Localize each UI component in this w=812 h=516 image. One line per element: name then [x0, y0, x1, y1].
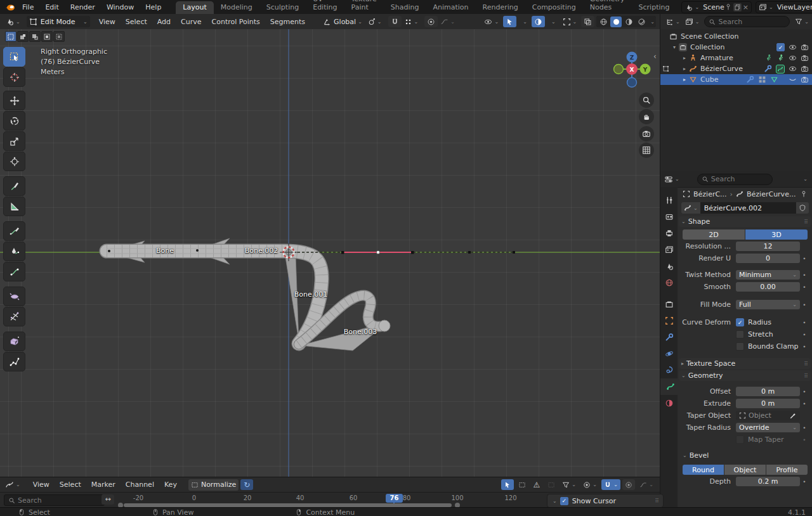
tab-shading[interactable]: Shading [384, 1, 426, 14]
menu-view[interactable]: View [28, 481, 55, 489]
toggle-perspective-button[interactable] [639, 143, 654, 158]
hide-eye-icon[interactable] [789, 65, 797, 73]
menu-file[interactable]: File [16, 3, 39, 11]
select-mode-extend[interactable] [17, 31, 29, 42]
outliner-row-beziercurve[interactable]: ▸ BézierCurve [660, 63, 812, 74]
resolution-field[interactable]: 12 [736, 242, 800, 251]
animate-dot[interactable]: • [800, 425, 809, 431]
tool-tilt[interactable] [3, 262, 25, 281]
disable-render-icon[interactable] [801, 43, 809, 51]
outliner-search-input[interactable]: Search [704, 16, 790, 27]
shading-rendered-button[interactable] [636, 16, 647, 27]
select-mode-new[interactable] [5, 31, 16, 42]
render-u-field[interactable]: 0 [736, 254, 800, 263]
outliner-filter[interactable]: ⌄ [792, 16, 811, 27]
menu-select[interactable]: Select [55, 481, 86, 489]
fill-mode-dropdown[interactable]: Full⌄ [736, 300, 800, 309]
menu-segments[interactable]: Segments [265, 18, 310, 26]
show-gizmos-toggle[interactable] [503, 16, 516, 27]
twist-method-dropdown[interactable]: Minimum⌄ [736, 270, 800, 280]
menu-render[interactable]: Render [65, 3, 101, 11]
viewport-3d[interactable]: Bone Bone.002 Bone.001 Bone.003 Right Or… [0, 29, 660, 477]
datablock-name-field[interactable]: BézierCurve.002 [700, 202, 796, 214]
falloff-button[interactable]: ⌄ [637, 479, 656, 490]
menu-select[interactable]: Select [121, 18, 152, 26]
gizmos-dropdown[interactable]: ⌄ [518, 16, 530, 27]
tab-collection[interactable] [660, 296, 678, 313]
current-frame-badge[interactable]: 76 [386, 494, 403, 503]
panel-geometry[interactable]: ⌄ Geometry ⠿ [679, 370, 811, 381]
chevron-right-icon[interactable]: ▸ [683, 55, 686, 61]
snap-toggle[interactable] [388, 16, 402, 27]
overlays-dropdown[interactable]: ⌄ [547, 16, 558, 27]
panel-bevel[interactable]: ⌄ Bevel [683, 451, 808, 460]
pivot-button[interactable]: ⌄ [580, 479, 599, 490]
hide-eye-icon[interactable] [789, 54, 797, 62]
tab-tool[interactable] [660, 192, 678, 209]
animate-dot[interactable]: • [800, 332, 809, 338]
drag-handle-icon[interactable]: ⠿ [804, 361, 809, 367]
bevel-profile-button[interactable]: Profile [766, 465, 808, 475]
menu-channel[interactable]: Channel [121, 481, 159, 489]
transform-orientation[interactable]: Global ⌄ [320, 16, 365, 27]
tab-output[interactable] [660, 225, 678, 242]
sidebar-collapse-arrow[interactable]: ‹ [653, 52, 657, 61]
tool-select-box[interactable] [3, 47, 25, 67]
tab-animation[interactable]: Animation [426, 1, 475, 14]
chevron-down-icon[interactable]: ⌄ [553, 498, 557, 504]
show-overlays-toggle[interactable] [532, 16, 545, 27]
channel-search-input[interactable]: Search [4, 494, 105, 506]
collection-checkbox[interactable]: ✓ [776, 43, 785, 51]
breadcrumb-data[interactable]: BézierCurve... [747, 190, 796, 198]
editor-type-button[interactable]: ⌄ [3, 16, 23, 27]
tool-randomize[interactable] [3, 307, 25, 326]
map-taper-checkbox[interactable] [736, 435, 744, 444]
tool-scale[interactable] [3, 131, 25, 151]
mesh-edit-overlays[interactable]: ⌄ [560, 16, 580, 27]
tab-object-data[interactable] [660, 378, 679, 395]
tab-scene[interactable] [660, 258, 678, 274]
auto-normalize-refresh-button[interactable]: ↻ [240, 479, 253, 490]
menu-key[interactable]: Key [159, 481, 182, 489]
tool-radius[interactable] [3, 287, 25, 306]
eye-closed-icon[interactable] [789, 75, 797, 84]
tab-view-layer[interactable] [660, 242, 678, 258]
select-mode-invert[interactable] [41, 31, 53, 42]
tab-geometry-nodes[interactable]: Geometry Nodes [583, 0, 632, 14]
outliner-display-mode[interactable]: ⌄ [683, 16, 702, 27]
drag-handle-icon[interactable]: ⠿ [804, 219, 809, 225]
bounds-clamp-checkbox[interactable] [736, 342, 744, 351]
tool-curve-pen[interactable] [3, 242, 25, 261]
graph-editor-content[interactable]: Search ↔ -20 0 20 40 60 80 100 120 76 ⌄ … [0, 493, 660, 508]
chevron-right-icon[interactable]: ▸ [683, 77, 686, 82]
tab-world[interactable] [660, 274, 678, 291]
toggle-3d-button[interactable]: 3D [745, 229, 808, 240]
animate-dot[interactable]: • [800, 401, 809, 407]
fake-user-shield-button[interactable] [796, 202, 809, 214]
animate-dot[interactable]: • [800, 284, 809, 290]
menu-window[interactable]: Window [101, 3, 140, 11]
gizmo-axis-z-neg[interactable] [627, 78, 637, 87]
shading-wireframe-button[interactable] [598, 16, 609, 27]
disable-render-icon[interactable] [801, 54, 809, 62]
pivot-point-button[interactable]: ⌄ [365, 16, 384, 27]
graph-editor-type-button[interactable]: ⌄ [3, 479, 23, 491]
tab-object[interactable] [660, 313, 678, 329]
outliner-editor-type[interactable]: ⌄ [663, 16, 683, 27]
panel-shape[interactable]: ⌄ Shape ⠿ [679, 216, 811, 227]
proportional-editing-toggle[interactable] [424, 16, 438, 27]
toggle-2d-button[interactable]: 2D [683, 229, 745, 240]
tab-texture-paint[interactable]: Texture Paint [344, 0, 384, 14]
animate-dot[interactable]: • [800, 479, 809, 485]
animate-dot[interactable]: • [800, 272, 809, 278]
tool-move[interactable] [3, 91, 25, 110]
show-cursor-checkbox[interactable]: ✓ [560, 497, 568, 505]
bevel-round-button[interactable]: Round [683, 465, 724, 475]
scene-selector[interactable]: ⌄ Scene × [681, 1, 751, 13]
breadcrumb-object[interactable]: BézierC... [693, 190, 727, 198]
tab-physics[interactable] [660, 345, 678, 362]
shading-material-button[interactable] [623, 16, 634, 27]
animate-dot[interactable]: • [800, 437, 809, 443]
blender-logo-icon[interactable] [5, 3, 15, 11]
chevron-expanded-icon[interactable]: ▾ [673, 44, 676, 50]
